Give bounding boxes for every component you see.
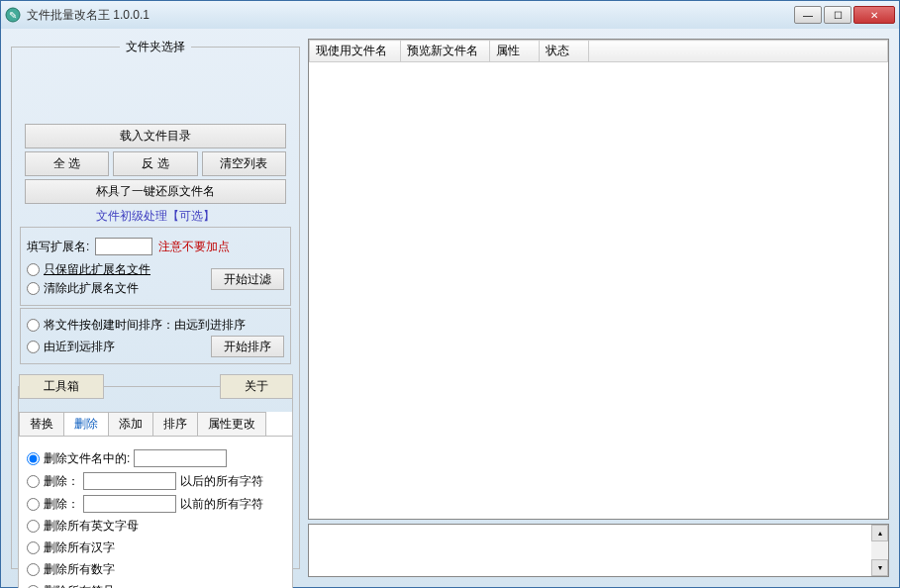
del-after-post: 以后的所有字符 [180, 473, 263, 490]
restore-names-button[interactable]: 杯具了一键还原文件名 [25, 179, 286, 204]
left-panel: 文件夹选择 载入文件目录 全 选 反 选 清空列表 杯具了一键还原文件名 文件初… [11, 39, 300, 577]
col-current-name[interactable]: 现使用文件名 [310, 41, 401, 62]
del-after-pre: 删除： [44, 473, 79, 490]
col-preview-name[interactable]: 预览新文件名 [401, 41, 490, 62]
scroll-up-icon[interactable]: ▴ [871, 525, 888, 541]
del-letters-label: 删除所有英文字母 [44, 518, 139, 535]
del-letters-radio[interactable] [27, 520, 40, 533]
del-hanzi-radio[interactable] [27, 541, 40, 554]
del-digits-label: 删除所有数字 [44, 561, 115, 578]
window-title: 文件批量改名王 1.0.0.1 [27, 7, 794, 24]
minimize-button[interactable]: — [794, 6, 822, 24]
scrollbar[interactable]: ▴ ▾ [871, 525, 888, 576]
keep-ext-label: 只保留此扩展名文件 [44, 261, 150, 278]
col-status[interactable]: 状态 [540, 41, 589, 62]
content-area: 文件夹选择 载入文件目录 全 选 反 选 清空列表 杯具了一键还原文件名 文件初… [1, 29, 899, 587]
del-digits-radio[interactable] [27, 563, 40, 576]
ext-filter-group: 填写扩展名: 注意不要加点 只保留此扩展名文件 清除此扩展名文件 开始过滤 [20, 227, 291, 306]
subtab-attr[interactable]: 属性更改 [197, 412, 266, 436]
del-contains-input[interactable] [134, 449, 227, 467]
sort-asc-label: 将文件按创建时间排序：由远到进排序 [44, 317, 246, 334]
del-before-input[interactable] [83, 495, 176, 513]
delete-tab-body: 删除文件名中的: 删除：以后的所有字符 删除：以前的所有字符 删除所有英文字母 … [19, 436, 292, 588]
del-hanzi-label: 删除所有汉字 [44, 539, 115, 556]
sort-desc-radio[interactable] [27, 341, 40, 353]
col-attr[interactable]: 属性 [490, 41, 540, 62]
subtab-add[interactable]: 添加 [108, 412, 153, 436]
close-button[interactable]: ✕ [853, 6, 895, 24]
tab-toolbox[interactable]: 工具箱 [19, 374, 104, 399]
ext-warn: 注意不要加点 [158, 239, 230, 255]
maximize-button[interactable]: ☐ [824, 6, 851, 24]
del-before-pre: 删除： [44, 496, 79, 513]
del-contains-radio[interactable] [27, 452, 40, 465]
log-box[interactable]: ▴ ▾ [308, 524, 889, 577]
tab-about[interactable]: 关于 [220, 374, 293, 399]
titlebar[interactable]: ✎ 文件批量改名王 1.0.0.1 — ☐ ✕ [1, 1, 899, 29]
folder-select-group: 文件夹选择 载入文件目录 全 选 反 选 清空列表 杯具了一键还原文件名 文件初… [11, 39, 300, 569]
del-after-radio[interactable] [27, 475, 40, 488]
subtab-delete[interactable]: 删除 [63, 412, 109, 436]
del-symbols-label: 删除所有符号 [44, 583, 115, 588]
preprocess-label: 文件初级处理【可选】 [12, 208, 299, 225]
sort-group: 将文件按创建时间排序：由远到进排序 由近到远排序 开始排序 [20, 308, 291, 364]
remove-ext-label: 清除此扩展名文件 [44, 280, 139, 297]
load-dir-button[interactable]: 载入文件目录 [25, 124, 286, 148]
ext-input[interactable] [95, 238, 152, 255]
start-sort-button[interactable]: 开始排序 [211, 336, 284, 357]
sort-asc-radio[interactable] [27, 319, 40, 332]
select-all-button[interactable]: 全 选 [25, 151, 109, 176]
tabs-container: 工具箱 关于 替换 删除 添加 排序 属性更改 删除文件名中的: 删除：以后的所… [18, 386, 293, 588]
subtab-sort[interactable]: 排序 [152, 412, 198, 436]
keep-ext-radio[interactable] [27, 263, 40, 276]
scroll-down-icon[interactable]: ▾ [871, 559, 888, 576]
invert-button[interactable]: 反 选 [113, 151, 197, 176]
right-panel: 现使用文件名 预览新文件名 属性 状态 ▴ ▾ [308, 39, 889, 577]
del-after-input[interactable] [83, 472, 176, 490]
clear-list-button[interactable]: 清空列表 [202, 151, 286, 176]
folder-legend: 文件夹选择 [120, 39, 191, 55]
file-table[interactable]: 现使用文件名 预览新文件名 属性 状态 [308, 39, 889, 520]
start-filter-button[interactable]: 开始过滤 [211, 268, 284, 290]
del-before-post: 以前的所有字符 [180, 496, 263, 513]
sort-desc-label: 由近到远排序 [44, 339, 115, 355]
remove-ext-radio[interactable] [27, 282, 40, 295]
svg-text:✎: ✎ [9, 10, 17, 21]
del-before-radio[interactable] [27, 498, 40, 511]
app-window: ✎ 文件批量改名王 1.0.0.1 — ☐ ✕ 文件夹选择 载入文件目录 全 选… [0, 0, 900, 588]
col-spacer [589, 41, 888, 62]
app-icon: ✎ [5, 7, 21, 23]
subtab-replace[interactable]: 替换 [19, 412, 64, 436]
del-contains-label: 删除文件名中的: [44, 450, 130, 467]
ext-label: 填写扩展名: [27, 239, 89, 255]
